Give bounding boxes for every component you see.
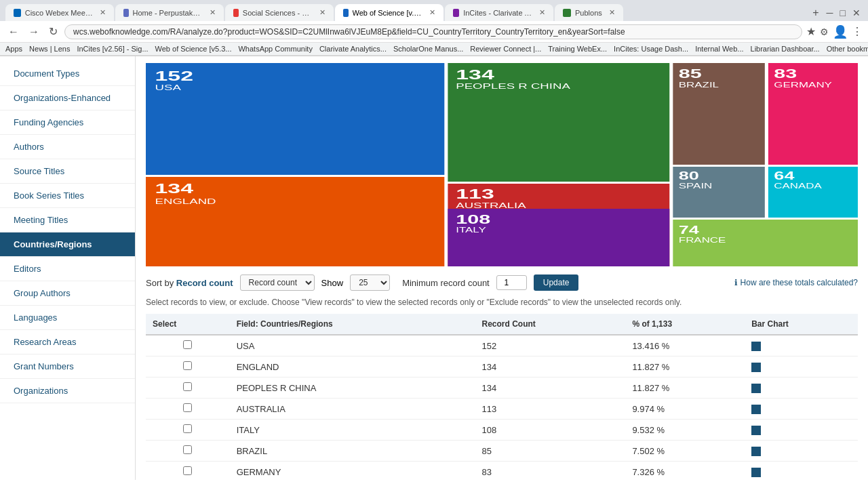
svg-text:GERMANY: GERMANY (774, 81, 832, 89)
row-percent: 11.827 % (625, 357, 745, 378)
address-bar[interactable] (64, 24, 802, 39)
forward-button[interactable]: → (26, 24, 42, 39)
row-percent: 11.827 % (625, 378, 745, 399)
svg-text:FRANCE: FRANCE (679, 237, 726, 245)
new-tab-button[interactable]: + (810, 7, 821, 19)
col-percent: % of 1,133 (625, 314, 745, 335)
svg-text:SPAIN: SPAIN (679, 182, 713, 190)
tab-home[interactable]: Home - Perpustakaan Sultanah ...✕ (115, 4, 224, 21)
menu-icon[interactable]: ⋮ (852, 25, 863, 38)
bookmark-item[interactable]: Clarivate Analytics... (319, 45, 387, 53)
sidebar-item-funding-agencies[interactable]: Funding Agencies (0, 110, 135, 135)
svg-text:134: 134 (155, 181, 194, 196)
bookmark-item[interactable]: Web of Science [v5.3... (155, 45, 232, 53)
bookmark-item[interactable]: Reviewer Connect |... (470, 45, 541, 53)
col-field: Field: Countries/Regions (230, 314, 475, 335)
sidebar-item-organizations-enhanced[interactable]: Organizations-Enhanced (0, 86, 135, 110)
sort-label: Sort by Record count (146, 278, 233, 288)
row-bar (745, 378, 858, 399)
content-area: 152 USA 134 ENGLAND 134 PEOPLES R CHINA … (136, 56, 868, 480)
sidebar-item-languages[interactable]: Languages (0, 306, 135, 330)
minimize-button[interactable]: ─ (825, 7, 835, 18)
row-bar (745, 335, 858, 357)
bookmark-item[interactable]: InCites [v2.56] - Sig... (77, 45, 148, 53)
sidebar-item-research-areas[interactable]: Research Areas (0, 330, 135, 354)
row-country: USA (230, 335, 475, 357)
extensions-icon[interactable]: ⚙ (820, 26, 829, 37)
bookmark-item[interactable]: ScholarOne Manus... (393, 45, 463, 53)
bookmark-item[interactable]: WhatsApp Community (238, 45, 312, 53)
bookmark-item[interactable]: Training WebEx... (548, 45, 607, 53)
min-record-input[interactable] (496, 275, 527, 290)
treemap-svg: 152 USA 134 ENGLAND 134 PEOPLES R CHINA … (146, 63, 858, 266)
row-checkbox[interactable] (146, 399, 230, 420)
bookmark-item[interactable]: Other bookmarks (827, 45, 868, 53)
svg-text:108: 108 (456, 212, 490, 226)
sort-bold: Record count (176, 278, 233, 288)
svg-text:PEOPLES R CHINA: PEOPLES R CHINA (456, 82, 571, 90)
sidebar-item-authors[interactable]: Authors (0, 135, 135, 159)
sort-select[interactable]: Record count Field name (240, 274, 315, 291)
row-percent: 9.974 % (625, 399, 745, 420)
sidebar-item-meeting-titles[interactable]: Meeting Titles (0, 208, 135, 232)
row-checkbox[interactable] (146, 335, 230, 357)
svg-text:83: 83 (774, 66, 797, 80)
row-bar (745, 462, 858, 481)
sidebar-item-editors[interactable]: Editors (0, 257, 135, 281)
back-button[interactable]: ← (5, 24, 22, 39)
bookmark-item[interactable]: Internal Web... (695, 45, 743, 53)
row-country: BRAZIL (230, 441, 475, 462)
tab-wos[interactable]: Web of Science [v.5.34] - Web o...✕ (335, 4, 443, 21)
row-checkbox[interactable] (146, 378, 230, 399)
tab-social[interactable]: Social Sciences - Perpustakaa...✕ (225, 4, 334, 21)
row-country: ENGLAND (230, 357, 475, 378)
row-percent: 7.326 % (625, 462, 745, 481)
svg-text:80: 80 (679, 170, 699, 182)
svg-text:USA: USA (155, 83, 182, 92)
controls-bar: Sort by Record count Record count Field … (146, 274, 858, 291)
row-checkbox[interactable] (146, 357, 230, 378)
info-icon: ℹ (734, 278, 738, 287)
calc-link[interactable]: ℹ How are these totals calculated? (734, 278, 858, 287)
instructions: Select records to view, or exclude. Choo… (146, 298, 858, 307)
row-bar (745, 357, 858, 378)
bookmark-star[interactable]: ★ (806, 25, 816, 38)
maximize-button[interactable]: □ (838, 7, 848, 18)
row-checkbox[interactable] (146, 462, 230, 481)
svg-text:134: 134 (456, 67, 494, 82)
sidebar-item-grant-numbers[interactable]: Grant Numbers (0, 354, 135, 379)
close-button[interactable]: ✕ (850, 7, 863, 18)
bookmark-item[interactable]: Apps (5, 45, 22, 53)
min-label: Minimum record count (402, 278, 490, 288)
sidebar-item-source-titles[interactable]: Source Titles (0, 159, 135, 184)
show-select[interactable]: 102550100 (350, 274, 390, 291)
row-checkbox[interactable] (146, 420, 230, 441)
sidebar-item-organizations[interactable]: Organizations (0, 379, 135, 403)
row-count: 83 (475, 462, 626, 481)
user-avatar[interactable]: 👤 (833, 24, 848, 39)
row-count: 134 (475, 357, 626, 378)
sidebar-item-document-types[interactable]: Document Types (0, 62, 135, 86)
row-count: 113 (475, 399, 626, 420)
sidebar-item-countries-regions[interactable]: Countries/Regions (0, 232, 135, 257)
show-label: Show (321, 278, 344, 288)
sidebar-item-book-series-titles[interactable]: Book Series Titles (0, 184, 135, 208)
col-select: Select (146, 314, 230, 335)
row-count: 108 (475, 420, 626, 441)
svg-text:85: 85 (679, 66, 702, 80)
sidebar-item-group-authors[interactable]: Group Authors (0, 281, 135, 306)
reload-button[interactable]: ↻ (46, 24, 60, 39)
svg-text:74: 74 (679, 224, 700, 237)
tab-publons[interactable]: Publons✕ (555, 4, 623, 21)
row-bar (745, 420, 858, 441)
tab-cisco[interactable]: Cisco Webex Meetings✕ (5, 4, 114, 21)
bookmark-item[interactable]: InCites: Usage Dash... (614, 45, 688, 53)
row-percent: 13.416 % (625, 335, 745, 357)
bookmarks-bar: AppsNews | LensInCites [v2.56] - Sig...W… (0, 43, 868, 56)
update-button[interactable]: Update (534, 274, 579, 291)
row-checkbox[interactable] (146, 441, 230, 462)
tab-incites[interactable]: InCites - Clarivate Analytics✕ (445, 4, 553, 21)
bookmark-item[interactable]: Librarian Dashboar... (751, 45, 820, 53)
bookmark-item[interactable]: News | Lens (29, 45, 70, 53)
row-country: ITALY (230, 420, 475, 441)
